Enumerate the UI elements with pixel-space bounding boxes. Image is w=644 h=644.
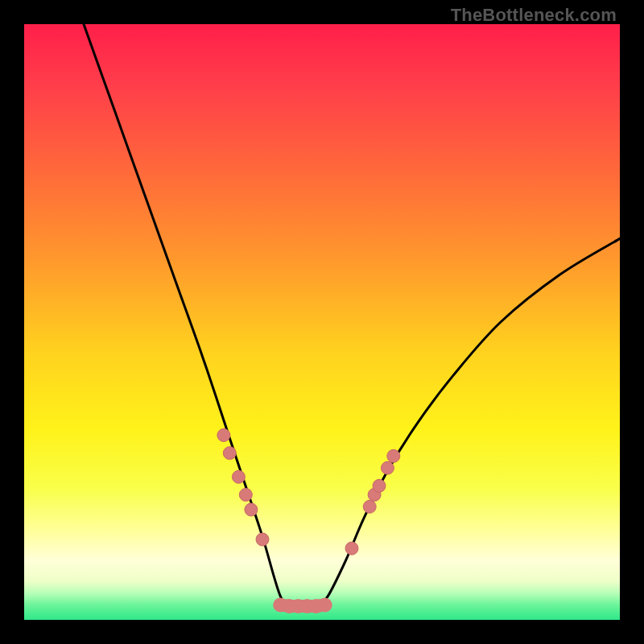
plot-area	[24, 24, 620, 620]
bottleneck-curve	[84, 24, 620, 609]
plateau-group	[273, 598, 332, 614]
markers-right-group	[345, 450, 400, 555]
data-point	[256, 533, 269, 546]
data-point	[387, 450, 400, 463]
chart-frame: TheBottleneck.com	[0, 0, 644, 644]
markers-left-group	[217, 429, 269, 547]
data-point	[217, 429, 230, 442]
plateau-point	[318, 598, 332, 613]
data-point	[363, 500, 376, 513]
data-point	[245, 503, 258, 516]
watermark-text: TheBottleneck.com	[451, 5, 617, 26]
data-point	[345, 542, 358, 555]
data-point	[381, 461, 394, 474]
data-point	[373, 480, 386, 493]
data-point	[239, 489, 252, 502]
curve-layer	[24, 24, 620, 620]
data-point	[232, 470, 245, 483]
data-point	[223, 447, 236, 460]
